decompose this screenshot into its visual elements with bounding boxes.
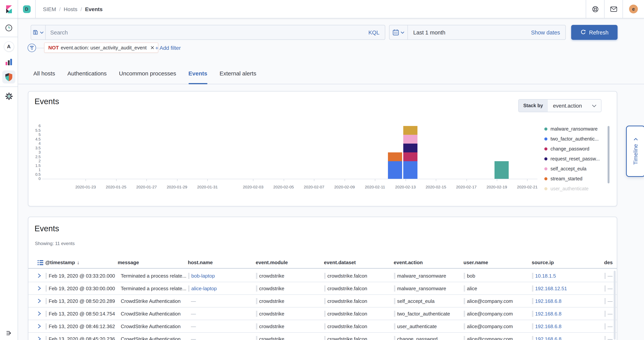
kibana-logo[interactable]: [0, 0, 18, 18]
drag-handle[interactable]: [394, 336, 395, 340]
drag-handle[interactable]: [256, 323, 257, 329]
drag-handle[interactable]: [256, 285, 257, 291]
sidebar-item-siem[interactable]: [0, 70, 18, 83]
drag-handle[interactable]: [604, 298, 606, 304]
table-header-cell-des[interactable]: des: [604, 260, 617, 265]
legend-item[interactable]: stream_started: [544, 174, 600, 184]
kql-switch[interactable]: KQL: [363, 29, 385, 35]
drag-handle[interactable]: [46, 285, 47, 291]
chart-bar-segment[interactable]: [388, 161, 402, 179]
add-filter-button[interactable]: + Add filter: [155, 45, 181, 51]
chart-bar-segment[interactable]: [403, 144, 417, 152]
drag-handle[interactable]: [532, 285, 533, 291]
drag-handle[interactable]: [324, 323, 326, 329]
legend-item[interactable]: request_reset_passw...: [544, 154, 600, 164]
drag-handle[interactable]: [256, 311, 257, 317]
table-header-cell-eventaction[interactable]: event.action: [394, 260, 464, 265]
sidebar-item-apm[interactable]: A: [0, 41, 18, 52]
drag-handle[interactable]: [46, 336, 47, 340]
legend-item[interactable]: change_password: [544, 144, 600, 154]
drag-handle[interactable]: [394, 311, 395, 317]
drag-handle[interactable]: [188, 273, 189, 279]
legend-scrollbar[interactable]: [608, 126, 610, 183]
space-switcher[interactable]: D: [18, 0, 36, 18]
date-quick-select-button[interactable]: [390, 25, 408, 39]
expand-row-button[interactable]: [28, 336, 45, 340]
drag-handle[interactable]: [394, 298, 395, 304]
table-header-cell-message[interactable]: message: [118, 260, 188, 265]
tab-authentications[interactable]: Authentications: [67, 68, 106, 84]
fields-browser-button[interactable]: [28, 260, 45, 265]
timeline-toggle-button[interactable]: Timeline: [626, 126, 644, 177]
drag-handle[interactable]: [464, 323, 465, 329]
drag-handle[interactable]: [394, 273, 395, 279]
legend-item[interactable]: malware_ransomware: [544, 124, 600, 134]
sidebar-item-management[interactable]: [0, 92, 18, 100]
chart-bar-segment[interactable]: [388, 152, 402, 161]
chart-bar-segment[interactable]: [403, 152, 417, 161]
table-header-cell-timestamp[interactable]: @timestamp↓: [45, 260, 118, 265]
newsfeed-button[interactable]: [604, 0, 622, 18]
search-input[interactable]: [46, 29, 363, 35]
drag-handle[interactable]: [324, 336, 326, 340]
expand-row-button[interactable]: [28, 286, 45, 291]
table-header-cell-eventdataset[interactable]: event.dataset: [324, 260, 394, 265]
chart-bar-segment[interactable]: [494, 161, 509, 179]
help-button[interactable]: [586, 0, 604, 18]
table-header-cell-username[interactable]: user.name: [464, 260, 532, 265]
drag-handle[interactable]: [464, 311, 465, 317]
table-header-cell-eventmodule[interactable]: event.module: [256, 260, 324, 265]
drag-handle[interactable]: [604, 336, 606, 340]
chart-bar-segment[interactable]: [403, 161, 417, 179]
tab-all-hosts[interactable]: All hosts: [33, 68, 55, 84]
drag-handle[interactable]: [604, 311, 606, 317]
drag-handle[interactable]: [532, 323, 533, 329]
table-scrollbar[interactable]: [614, 271, 616, 340]
remove-filter-button[interactable]: [151, 46, 154, 49]
sidebar-item-visualize[interactable]: [0, 59, 18, 65]
date-range-value[interactable]: Last 1 month: [408, 29, 531, 35]
saved-query-menu-button[interactable]: [31, 25, 46, 39]
drag-handle[interactable]: [604, 323, 606, 329]
drag-handle[interactable]: [394, 285, 395, 291]
drag-handle[interactable]: [464, 285, 465, 291]
table-header-cell-hostname[interactable]: host.name: [188, 260, 256, 265]
drag-handle[interactable]: [532, 336, 533, 340]
legend-item[interactable]: two_factor_authentic...: [544, 134, 600, 144]
legend-item[interactable]: self_accept_eula: [544, 164, 600, 174]
breadcrumb-siem[interactable]: SIEM: [43, 6, 56, 12]
drag-handle[interactable]: [188, 285, 189, 291]
sidebar-expand-button[interactable]: [0, 330, 18, 337]
drag-handle[interactable]: [256, 298, 257, 304]
sidebar-item-recent[interactable]: [0, 23, 18, 33]
drag-handle[interactable]: [324, 298, 326, 304]
drag-handle[interactable]: [394, 323, 395, 329]
drag-handle[interactable]: [46, 298, 47, 304]
drag-handle[interactable]: [604, 273, 606, 279]
drag-handle[interactable]: [464, 336, 465, 340]
legend-item[interactable]: user_authenticate: [544, 184, 600, 194]
tab-uncommon-processes[interactable]: Uncommon processes: [119, 68, 176, 84]
drag-handle[interactable]: [464, 298, 465, 304]
drag-handle[interactable]: [256, 273, 257, 279]
table-header-cell-sourceip[interactable]: source.ip: [532, 260, 604, 265]
drag-handle[interactable]: [46, 273, 47, 279]
drag-handle[interactable]: [46, 323, 47, 329]
expand-row-button[interactable]: [28, 273, 45, 278]
filter-options-button[interactable]: [28, 44, 36, 52]
chart-bar-segment[interactable]: [403, 135, 417, 144]
drag-handle[interactable]: [324, 273, 326, 279]
refresh-button[interactable]: Refresh: [571, 25, 618, 40]
drag-handle[interactable]: [532, 298, 533, 304]
drag-handle[interactable]: [464, 273, 465, 279]
show-dates-button[interactable]: Show dates: [531, 29, 566, 35]
user-menu[interactable]: e: [622, 0, 644, 18]
tab-events[interactable]: Events: [188, 68, 207, 84]
expand-row-button[interactable]: [28, 298, 45, 304]
breadcrumb-hosts[interactable]: Hosts: [64, 6, 78, 12]
drag-handle[interactable]: [324, 311, 326, 317]
tab-external-alerts[interactable]: External alerts: [220, 68, 256, 84]
drag-handle[interactable]: [604, 285, 606, 291]
filter-pill[interactable]: NOT event.action: user_activity_audit_ev…: [44, 42, 158, 53]
drag-handle[interactable]: [532, 273, 533, 279]
